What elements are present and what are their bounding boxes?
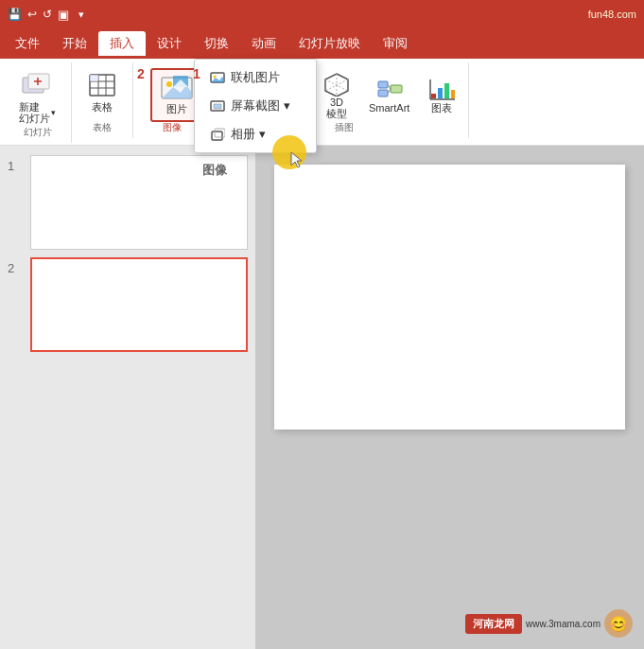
chart-icon <box>428 75 455 101</box>
watermark-avatar: 😊 <box>604 609 633 638</box>
image-icon <box>160 74 194 102</box>
menu-item-insert[interactable]: 插入 <box>98 31 146 56</box>
svg-rect-27 <box>378 81 388 88</box>
svg-rect-19 <box>214 104 221 109</box>
svg-rect-9 <box>90 75 98 81</box>
undo-icon[interactable]: ↩ <box>27 8 37 21</box>
smartart-button[interactable]: SmartArt <box>363 72 415 117</box>
svg-rect-32 <box>431 94 436 98</box>
3d-icon <box>323 70 350 96</box>
menu-item-file[interactable]: 文件 <box>4 31 51 56</box>
table-label: 表格 <box>92 100 113 114</box>
svg-rect-21 <box>215 129 225 137</box>
settings-icon[interactable]: ▣ <box>58 8 69 22</box>
dropdown-item-online[interactable]: 联机图片 <box>195 63 316 92</box>
slide-canvas[interactable] <box>274 165 625 430</box>
slide-number-2: 2 <box>8 261 23 275</box>
svg-rect-35 <box>451 90 455 98</box>
image-dropdown: 联机图片 屏幕截图 ▾ 相册 ▾ 图像 <box>194 59 317 153</box>
ribbon-group-slide: 新建 幻灯片▾ 幻灯片 <box>4 62 72 143</box>
svg-marker-22 <box>291 152 302 167</box>
slide-thumb-2[interactable] <box>30 257 248 352</box>
ribbon: 新建 幻灯片▾ 幻灯片 表格 表格 2 <box>0 59 644 146</box>
menu-item-design[interactable]: 设计 <box>146 31 193 56</box>
slide-number-1: 1 <box>8 159 23 173</box>
menu-item-start[interactable]: 开始 <box>51 31 98 56</box>
save-icon[interactable]: 💾 <box>8 8 22 21</box>
svg-rect-28 <box>378 90 388 96</box>
svg-point-11 <box>166 81 172 87</box>
online-image-icon <box>210 70 225 85</box>
menu-item-animation[interactable]: 动画 <box>240 31 287 56</box>
svg-marker-17 <box>211 77 224 82</box>
table-button[interactable]: 表格 <box>79 66 125 118</box>
svg-rect-34 <box>444 83 449 98</box>
screenshot-icon <box>210 98 225 114</box>
redo-icon[interactable]: ↺ <box>43 8 52 21</box>
menu-bar: 文件 开始 插入 设计 切换 动画 幻灯片放映 审阅 <box>0 28 644 59</box>
slide-group-label: 幻灯片 <box>4 126 71 139</box>
menu-item-review[interactable]: 审阅 <box>372 31 419 56</box>
step2-badge: 2 <box>137 66 145 81</box>
slide-panel: 1 2 <box>0 146 255 649</box>
watermark-logo: 河南龙网 <box>465 614 522 634</box>
title-bar-watermark: fun48.com <box>588 9 636 20</box>
slide-buttons: 新建 幻灯片▾ <box>11 66 63 128</box>
main-area: 1 2 河南龙网 www.3mama.com 😊 <box>0 146 644 649</box>
chart-button[interactable]: 图表 <box>423 71 461 119</box>
svg-rect-29 <box>391 85 402 93</box>
smartart-icon <box>376 76 403 102</box>
table-icon <box>87 70 117 100</box>
album-icon <box>210 127 225 142</box>
table-buttons: 表格 <box>79 66 125 118</box>
new-slide-icon <box>21 70 51 100</box>
watermark-area: 河南龙网 www.3mama.com 😊 <box>465 609 633 638</box>
step1-badge: 1 <box>193 66 200 81</box>
svg-rect-33 <box>438 88 443 98</box>
menu-item-transition[interactable]: 切换 <box>193 31 240 56</box>
ribbon-group-table: 表格 表格 <box>72 62 133 138</box>
dropdown-item-screenshot[interactable]: 屏幕截图 ▾ <box>195 92 316 120</box>
3d-button[interactable]: 3D 棱型 <box>318 66 356 123</box>
slide-item-2: 2 <box>8 257 248 352</box>
cursor-arrow-icon <box>287 149 306 169</box>
new-slide-button[interactable]: 新建 幻灯片▾ <box>11 66 63 128</box>
dropdown-step-label: 图像 <box>202 162 227 179</box>
table-group-label: 表格 <box>72 121 132 134</box>
watermark-domain: www.3mama.com <box>526 619 600 629</box>
slide-view: 河南龙网 www.3mama.com 😊 <box>255 146 644 649</box>
image-label: 图片 <box>166 102 187 116</box>
title-bar-left: 💾 ↩ ↺ ▣ ▾ <box>8 8 84 22</box>
svg-rect-20 <box>212 132 222 140</box>
cursor-indicator <box>272 135 306 169</box>
menu-item-slideshow[interactable]: 幻灯片放映 <box>287 31 372 56</box>
title-bar: 💾 ↩ ↺ ▣ ▾ fun48.com <box>0 0 644 28</box>
